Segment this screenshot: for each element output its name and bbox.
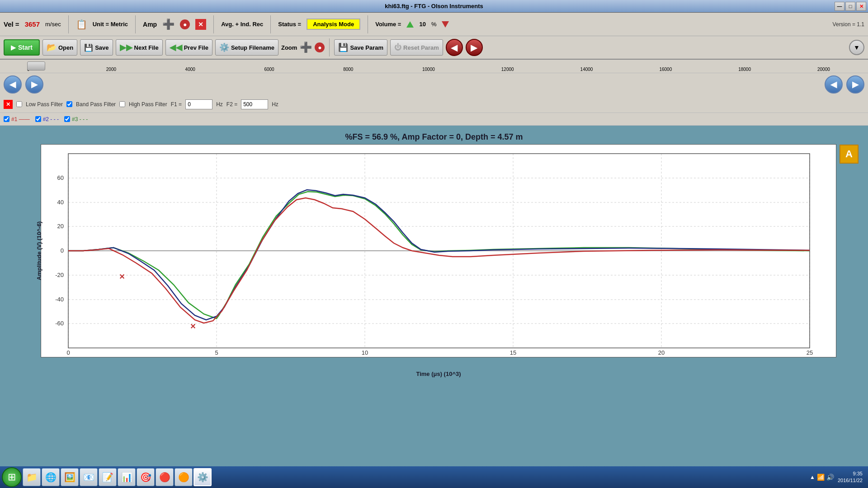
separator3 — [213, 15, 214, 33]
start-button[interactable]: ▶ Start — [4, 39, 40, 56]
band-pass-label: Band Pass Filter — [76, 101, 116, 108]
tray-icon2: 🔊 — [826, 474, 834, 481]
svg-text:15: 15 — [510, 349, 516, 356]
channel2-checkbox[interactable] — [35, 116, 41, 122]
prev-file-label: Prev File — [184, 44, 208, 51]
close-button[interactable]: ✕ — [856, 2, 866, 11]
ruler: 0 2000 4000 6000 8000 10000 12000 14000 … — [0, 60, 868, 73]
amp-plus-icon[interactable]: ➕ — [162, 19, 175, 29]
volume-up-button[interactable] — [406, 21, 414, 28]
nav-arrow-far-right-button[interactable]: ▶ — [846, 75, 864, 94]
taskbar-icon-files[interactable]: 📁 — [23, 468, 41, 486]
f2-unit: Hz — [272, 101, 278, 108]
svg-text:-20: -20 — [55, 272, 64, 278]
taskbar-icon-outlook[interactable]: 📧 — [80, 468, 98, 486]
svg-text:60: 60 — [57, 174, 64, 181]
clock-date: 2016/11/22 — [838, 477, 863, 484]
separator5 — [368, 15, 368, 33]
channel3-checkbox[interactable] — [64, 116, 70, 122]
taskbar: ⊞ 📁 🌐 🖼️ 📧 📝 📊 🎯 🔴 🟠 ⚙️ ▲ 📶 🔊 9:35 2016/… — [0, 466, 868, 488]
f1-input[interactable] — [185, 99, 212, 109]
chart-wrapper: Amplitude (V) (10^-6) Time (μs) (10^3) A — [41, 144, 836, 357]
low-pass-checkbox[interactable] — [16, 101, 22, 107]
channel1-checkbox[interactable] — [4, 116, 9, 122]
taskbar-icon-app1[interactable]: 🎯 — [137, 468, 155, 486]
tray-arrow[interactable]: ▲ — [810, 474, 815, 480]
amp-minus-button[interactable]: ● — [180, 19, 190, 29]
volume-down-button[interactable] — [442, 21, 449, 28]
vel-value: 3657 — [25, 20, 40, 28]
clock-time: 9:35 — [838, 470, 863, 477]
zoom-plus-icon[interactable]: ➕ — [300, 42, 312, 53]
chart-area: %FS = 56.9 %, Amp Factor = 0, Depth = 4.… — [5, 128, 863, 462]
next-file-button[interactable]: ▶▶ Next File — [116, 39, 163, 56]
ruler-tick-14000: 14000 — [580, 67, 593, 72]
save-param-icon: 💾 — [338, 42, 348, 52]
volume-pct: % — [431, 21, 437, 28]
zoom-label: Zoom — [281, 44, 297, 51]
minimize-button[interactable]: — — [835, 2, 844, 11]
nav-right-pair: ◀ ▶ — [825, 75, 864, 94]
ruler-tick-20000: 20000 — [817, 67, 830, 72]
separator6 — [329, 38, 330, 56]
power-icon: ⏻ — [394, 43, 401, 52]
svg-text:25: 25 — [807, 349, 813, 356]
amp-x-button[interactable]: ✕ — [195, 19, 206, 30]
legend-row: #1 —— #2 - - - #3 - - - — [0, 113, 868, 126]
open-button[interactable]: 📂 Open — [42, 39, 77, 56]
prev-file-button[interactable]: ◀◀ Prev File — [165, 39, 212, 56]
volume-label: Volume = — [375, 21, 401, 28]
channel1-label: #1 —— — [11, 116, 30, 122]
high-pass-checkbox[interactable] — [119, 101, 125, 107]
taskbar-icon-browser[interactable]: 🌐 — [42, 468, 60, 486]
system-clock[interactable]: 9:35 2016/11/22 — [838, 470, 863, 484]
svg-text:-40: -40 — [55, 296, 64, 303]
nav-arrow-right-button[interactable]: ▶ — [25, 75, 43, 94]
reset-param-label: Reset Param — [403, 44, 439, 51]
separator4 — [270, 15, 271, 33]
nav-arrow-far-left-button[interactable]: ◀ — [825, 75, 843, 94]
unit-label: Unit = Metric — [93, 21, 128, 28]
save-param-button[interactable]: 💾 Save Param — [334, 39, 387, 56]
ruler-tick-2000: 2000 — [106, 67, 116, 72]
taskbar-icon-active[interactable]: ⚙️ — [193, 468, 212, 486]
maximize-button[interactable]: □ — [845, 2, 855, 11]
filter-right-button[interactable]: ▼ — [849, 40, 864, 55]
start-label: Start — [18, 44, 33, 51]
ruler-tick-16000: 16000 — [659, 67, 672, 72]
y-axis-label: Amplitude (V) (10^-6) — [36, 221, 42, 280]
next-file-label: Next File — [134, 44, 159, 51]
setup-filename-button[interactable]: ⚙️ Setup Filename — [215, 39, 278, 56]
nav-row: ◀ ▶ ◀ ▶ — [0, 73, 868, 96]
vel-label: Vel = — [4, 20, 19, 28]
filter-close-button[interactable]: ✕ — [4, 100, 13, 109]
f2-input[interactable] — [241, 99, 268, 109]
zoom-minus-button[interactable]: ● — [315, 42, 325, 52]
play-icon: ▶ — [11, 44, 16, 51]
taskbar-icon-word[interactable]: 📝 — [99, 468, 117, 486]
nav-left-button[interactable]: ◀ — [446, 39, 463, 56]
taskbar-icon-gallery[interactable]: 🖼️ — [61, 468, 79, 486]
taskbar-icon-office[interactable]: 🟠 — [175, 468, 193, 486]
open-icon: 📂 — [47, 42, 57, 52]
band-pass-checkbox[interactable] — [66, 101, 72, 107]
channel2-label: #2 - - - — [43, 116, 59, 122]
taskbar-icon-app2[interactable]: 🔴 — [156, 468, 174, 486]
a-button[interactable]: A — [840, 145, 859, 164]
volume-value: 10 — [419, 21, 425, 28]
tray-icon1: 📶 — [817, 474, 825, 481]
windows-start-button[interactable]: ⊞ — [2, 467, 22, 487]
svg-text:10: 10 — [362, 349, 368, 356]
x-axis-label: Time (μs) (10^3) — [416, 371, 461, 377]
separator — [68, 15, 69, 33]
taskbar-icon-excel[interactable]: 📊 — [118, 468, 136, 486]
nav-right-button[interactable]: ▶ — [466, 39, 483, 56]
ruler-thumb[interactable] — [27, 61, 45, 70]
chart-title: %FS = 56.9 %, Amp Factor = 0, Depth = 4.… — [5, 128, 863, 144]
reset-param-button[interactable]: ⏻ Reset Param — [390, 39, 443, 56]
save-icon: 💾 — [84, 43, 93, 52]
toolbar1: Vel = 3657 m/sec 📋 Unit = Metric Amp ➕ ●… — [0, 13, 868, 36]
save-button[interactable]: 💾 Save — [80, 39, 113, 56]
nav-arrow-left-button[interactable]: ◀ — [4, 75, 22, 94]
window-controls: — □ ✕ — [835, 2, 866, 11]
